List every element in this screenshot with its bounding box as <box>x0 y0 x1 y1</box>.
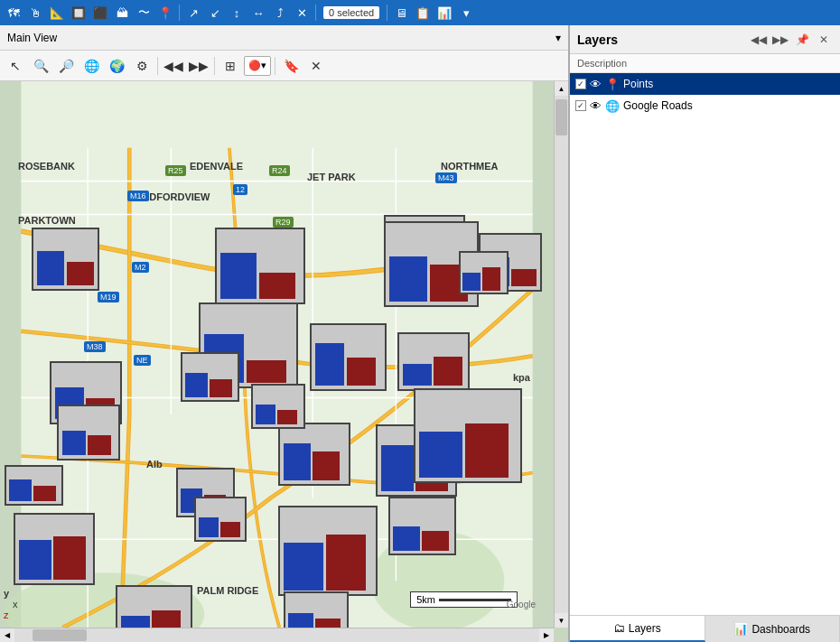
scroll-track-v[interactable] <box>555 96 568 613</box>
view-title: Main View <box>7 32 57 44</box>
layers-close-button[interactable]: ✕ <box>815 31 833 49</box>
scroll-thumb-v[interactable] <box>555 99 567 135</box>
tool-box[interactable]: 🔲 <box>69 3 89 23</box>
map-background: ROSEBANK PARKTOWN EDENVALE JET PARK NORT… <box>0 81 554 628</box>
layer-name-google-roads: Google Roads <box>623 99 835 112</box>
google-logo: Google <box>507 600 536 609</box>
tool-arrow-v[interactable]: ↕ <box>227 3 247 23</box>
tool-cursor[interactable]: 🖱 <box>25 3 45 23</box>
chart-box-11 <box>14 513 95 585</box>
layers-back-button[interactable]: ◀◀ <box>750 31 768 49</box>
scale-label: 5km <box>416 594 435 605</box>
chart-box-2 <box>215 228 305 304</box>
map-tool-globe1[interactable]: 🌐 <box>79 54 103 78</box>
map-tool-globe2[interactable]: 🌍 <box>105 54 128 78</box>
map-tool-settings[interactable]: ⚙ <box>130 54 154 78</box>
view-header: Main View ▾ <box>0 25 568 51</box>
tool-measure[interactable]: 📐 <box>47 3 67 23</box>
tool-dropdown-more[interactable]: ▾ <box>456 3 476 23</box>
map-tool-select[interactable]: ↖ <box>4 54 27 78</box>
tool-wave[interactable]: 〜 <box>134 3 154 23</box>
tool-close-x[interactable]: ✕ <box>292 3 312 23</box>
msep3 <box>275 57 275 75</box>
chart-box-10 <box>5 465 63 506</box>
layers-description-header: Description <box>570 54 840 73</box>
layers-pin-button[interactable]: 📌 <box>793 31 811 49</box>
layers-header-buttons: ◀◀ ▶▶ 📌 ✕ <box>750 31 833 49</box>
map-scrollbar-horizontal[interactable]: ◀ ▶ <box>0 628 554 642</box>
scroll-track-h[interactable] <box>14 628 539 642</box>
scale-line <box>439 599 511 601</box>
msep2 <box>214 57 215 75</box>
chart-box-22 <box>459 251 509 294</box>
tab-layers[interactable]: 🗂 Layers <box>570 616 705 642</box>
tool-pin[interactable]: 📍 <box>155 3 175 23</box>
tool-map[interactable]: 🗺 <box>4 3 23 23</box>
chart-box-15 <box>284 591 349 628</box>
chart-box-14 <box>278 506 378 596</box>
layers-forward-button[interactable]: ▶▶ <box>771 31 789 49</box>
tool-arrow-h[interactable]: ↔ <box>248 3 268 23</box>
tool-terrain[interactable]: 🏔 <box>112 3 132 23</box>
map-tool-forward[interactable]: ▶▶ <box>187 54 210 78</box>
tool-arrow-sw[interactable]: ↙ <box>205 3 225 23</box>
layer-eye-icon-points: 👁 <box>590 78 602 91</box>
scroll-left-arrow[interactable]: ◀ <box>0 628 14 643</box>
tab-dashboards[interactable]: 📊 Dashboards <box>705 616 841 642</box>
scroll-right-arrow[interactable]: ▶ <box>539 628 554 643</box>
tab-layers-icon: 🗂 <box>613 621 625 635</box>
layer-checkbox-points[interactable]: ✓ <box>575 79 586 89</box>
msep1 <box>157 57 158 75</box>
map-tool-zoom-out[interactable]: 🔎 <box>54 54 78 78</box>
sep2 <box>315 5 316 21</box>
sep3 <box>387 5 387 21</box>
map-tool-zoom-in[interactable]: 🔍 <box>29 54 52 78</box>
layer-item-points[interactable]: ✓ 👁 📍 Points <box>570 73 840 95</box>
layers-list: ✓ 👁 📍 Points ✓ 👁 🌐 Google Roads <box>570 73 840 615</box>
chart-box-12 <box>116 585 192 628</box>
axis-z-label: z <box>4 609 9 620</box>
layers-header: Layers ◀◀ ▶▶ 📌 ✕ <box>570 25 840 54</box>
map-scrollbar-vertical[interactable]: ▲ ▼ <box>554 81 568 628</box>
tool-arrow-ne[interactable]: ↗ <box>183 3 203 23</box>
tab-layers-label: Layers <box>629 622 661 635</box>
map-tool-back[interactable]: ◀◀ <box>162 54 185 78</box>
layers-title: Layers <box>577 33 618 47</box>
top-toolbar: 🗺 🖱 📐 🔲 ⬛ 🏔 〜 📍 ↗ ↙ ↕ ↔ ⤴ ✕ 0 selected 🖥… <box>0 0 840 25</box>
tool-arrow-curve[interactable]: ⤴ <box>270 3 290 23</box>
chart-box-17 <box>414 388 522 483</box>
map-tool-bookmark[interactable]: 🔖 <box>279 54 303 78</box>
layer-checkbox-google-roads[interactable]: ✓ <box>575 100 586 111</box>
layers-tabs: 🗂 Layers 📊 Dashboards <box>570 615 840 642</box>
tool-monitor[interactable]: 🖥 <box>391 3 411 23</box>
map-tool-clear[interactable]: ✕ <box>304 54 328 78</box>
view-dropdown[interactable]: ▾ <box>555 32 561 44</box>
map-container[interactable]: ROSEBANK PARKTOWN EDENVALE JET PARK NORT… <box>0 81 568 642</box>
tool-chart[interactable]: 📊 <box>434 3 454 23</box>
map-toolbar: ↖ 🔍 🔎 🌐 🌍 ⚙ ◀◀ ▶▶ ⊞ 🔴▾ 🔖 ✕ <box>0 51 568 81</box>
tab-dashboards-icon: 📊 <box>733 622 748 636</box>
layers-panel: Layers ◀◀ ▶▶ 📌 ✕ Description ✓ 👁 📍 Point… <box>569 25 840 642</box>
map-panel: Main View ▾ ↖ 🔍 🔎 🌐 🌍 ⚙ ◀◀ ▶▶ ⊞ 🔴▾ 🔖 ✕ <box>0 25 569 642</box>
map-style-combo[interactable]: 🔴▾ <box>244 56 271 76</box>
scroll-down-arrow[interactable]: ▼ <box>555 613 569 628</box>
main-area: Main View ▾ ↖ 🔍 🔎 🌐 🌍 ⚙ ◀◀ ▶▶ ⊞ 🔴▾ 🔖 ✕ <box>0 25 840 642</box>
layer-item-google-roads[interactable]: ✓ 👁 🌐 Google Roads <box>570 95 840 116</box>
chart-box-24 <box>194 497 247 542</box>
tool-fill[interactable]: ⬛ <box>90 3 110 23</box>
tool-table[interactable]: 📋 <box>413 3 433 23</box>
selected-count-badge: 0 selected <box>323 6 379 19</box>
scroll-up-arrow[interactable]: ▲ <box>555 81 569 96</box>
chart-box-6 <box>397 332 470 391</box>
layer-eye-icon-roads: 👁 <box>590 99 602 113</box>
chart-box-13 <box>278 423 350 486</box>
chart-box-20 <box>251 384 305 429</box>
layer-type-icon-points: 📍 <box>605 78 620 91</box>
scale-bar: 5km <box>410 591 518 608</box>
chart-box-19 <box>181 352 239 402</box>
chart-box-1 <box>32 228 99 291</box>
map-tool-grid[interactable]: ⊞ <box>219 54 242 78</box>
scroll-thumb-h[interactable] <box>33 629 87 641</box>
chart-box-9 <box>57 405 120 461</box>
layer-name-points: Points <box>623 78 835 90</box>
